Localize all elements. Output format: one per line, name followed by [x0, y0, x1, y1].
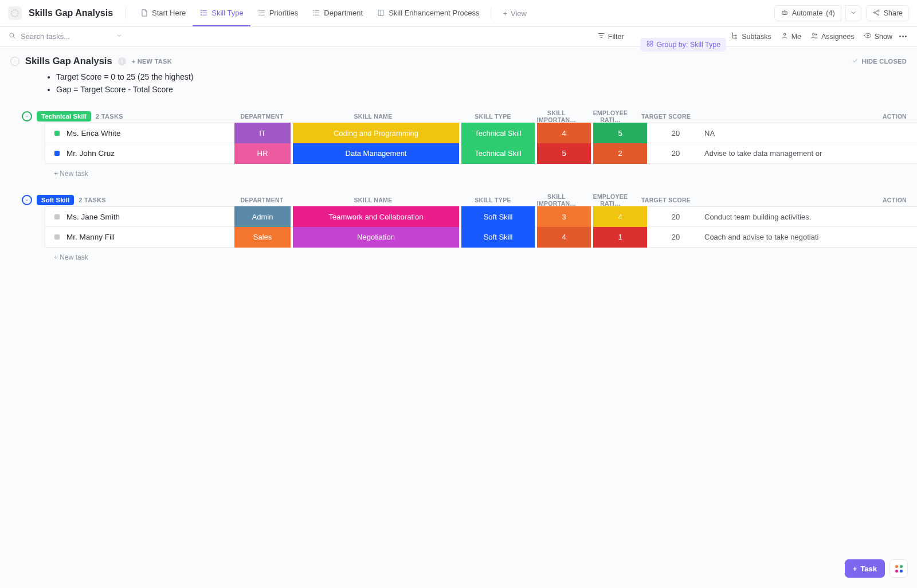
- collapse-icon[interactable]: [10, 57, 19, 66]
- cell-importance[interactable]: 5: [537, 143, 591, 164]
- plus-icon: +: [853, 565, 857, 573]
- task-name-cell[interactable]: Ms. Erica White: [45, 129, 234, 138]
- cell-action[interactable]: Advise to take data management or: [704, 143, 917, 164]
- svg-point-15: [783, 33, 786, 36]
- list-icon: [312, 9, 320, 17]
- column-header-dept[interactable]: DEPARTMENT: [234, 113, 290, 120]
- cell-target[interactable]: 20: [647, 206, 704, 227]
- cell-rating[interactable]: 1: [593, 227, 647, 248]
- cell-skill-name[interactable]: Coding and Programming: [293, 123, 459, 143]
- cell-rating[interactable]: 5: [593, 123, 647, 143]
- group-icon: [646, 40, 654, 49]
- show-button[interactable]: Show: [859, 32, 897, 41]
- column-header-tgt[interactable]: TARGET SCORE: [637, 197, 695, 203]
- group-badge[interactable]: Technical Skill: [37, 111, 91, 121]
- tab-priorities[interactable]: Priorities: [250, 0, 305, 26]
- more-button[interactable]: [897, 36, 909, 37]
- task-name-cell[interactable]: Mr. Manny Fill: [45, 233, 234, 241]
- column-header-act[interactable]: ACTION: [695, 113, 917, 120]
- group-badge[interactable]: Soft Skill: [37, 195, 74, 205]
- task-row[interactable]: Ms. Erica White IT Coding and Programmin…: [45, 123, 917, 143]
- hide-closed-button[interactable]: HIDE CLOSED: [852, 57, 907, 65]
- group-by-button[interactable]: Group by: Skill Type: [640, 38, 727, 52]
- cell-rating[interactable]: 4: [593, 206, 647, 227]
- column-header-imp[interactable]: SKILL IMPORTAN…: [530, 109, 583, 123]
- status-icon[interactable]: [54, 131, 60, 136]
- assignees-button[interactable]: Assignees: [806, 32, 859, 41]
- tab-skill-enhancement[interactable]: Skill Enhancement Process: [370, 0, 486, 26]
- subtasks-button[interactable]: Subtasks: [726, 32, 775, 41]
- cell-department[interactable]: Admin: [234, 206, 291, 227]
- column-header-rat[interactable]: EMPLOYEE RATI…: [583, 109, 637, 123]
- chevron-down-icon: [849, 9, 857, 18]
- column-header-imp[interactable]: SKILL IMPORTAN…: [530, 193, 583, 207]
- cell-target[interactable]: 20: [647, 143, 704, 164]
- column-header-dept[interactable]: DEPARTMENT: [234, 197, 290, 203]
- task-row[interactable]: Mr. John Cruz HR Data Management Technic…: [45, 143, 917, 164]
- column-header-type[interactable]: SKILL TYPE: [456, 197, 530, 203]
- cell-importance[interactable]: 3: [537, 206, 591, 227]
- chevron-down-icon[interactable]: [116, 32, 123, 41]
- cell-action[interactable]: NA: [704, 123, 917, 143]
- cell-action[interactable]: Coach and advise to take negotiati: [704, 227, 917, 248]
- task-name-cell[interactable]: Mr. John Cruz: [45, 149, 234, 158]
- cell-department[interactable]: Sales: [234, 227, 291, 248]
- group-rows: Ms. Erica White IT Coding and Programmin…: [45, 123, 917, 164]
- cell-action[interactable]: Conduct team building activities.: [704, 206, 917, 227]
- cell-skill-type[interactable]: Soft Skill: [461, 206, 535, 227]
- cell-skill-type[interactable]: Technical Skill: [461, 123, 535, 143]
- new-task-row[interactable]: + New task: [22, 248, 917, 261]
- info-icon[interactable]: i: [118, 57, 126, 65]
- cell-skill-name[interactable]: Data Management: [293, 143, 459, 164]
- fab-task-label: Task: [860, 565, 877, 573]
- svg-rect-12: [650, 44, 653, 46]
- cell-skill-name[interactable]: Teamwork and Collaboration: [293, 206, 459, 227]
- cell-skill-type[interactable]: Technical Skill: [461, 143, 535, 164]
- tab-department[interactable]: Department: [305, 0, 370, 26]
- cell-target[interactable]: 20: [647, 123, 704, 143]
- cell-department[interactable]: HR: [234, 143, 291, 164]
- tab-label: Start Here: [152, 9, 186, 17]
- column-header-rat[interactable]: EMPLOYEE RATI…: [583, 193, 637, 207]
- tab-start-here[interactable]: Start Here: [133, 0, 193, 26]
- automate-button[interactable]: Automate (4): [774, 5, 841, 21]
- cell-importance[interactable]: 4: [537, 123, 591, 143]
- group-collapse-icon[interactable]: [22, 195, 32, 205]
- new-task-link[interactable]: + NEW TASK: [132, 58, 172, 65]
- automate-dropdown[interactable]: [845, 5, 861, 21]
- cell-target[interactable]: 20: [647, 227, 704, 248]
- status-icon[interactable]: [54, 234, 60, 240]
- group-collapse-icon[interactable]: [22, 111, 32, 121]
- cell-importance[interactable]: 4: [537, 227, 591, 248]
- search-input[interactable]: [19, 32, 105, 41]
- task-row[interactable]: Mr. Manny Fill Sales Negotiation Soft Sk…: [45, 227, 917, 248]
- column-header-skill[interactable]: SKILL NAME: [290, 113, 456, 120]
- description-list: Target Score = 0 to 25 (25 the highest) …: [33, 72, 917, 94]
- filter-button[interactable]: Filter: [593, 32, 629, 41]
- search-box[interactable]: [8, 32, 123, 41]
- new-task-fab[interactable]: + Task: [845, 559, 885, 578]
- share-button[interactable]: Share: [866, 5, 909, 21]
- column-header-act[interactable]: ACTION: [695, 197, 917, 203]
- add-view-button[interactable]: + View: [496, 9, 534, 18]
- status-icon[interactable]: [54, 151, 60, 156]
- cell-skill-name[interactable]: Negotiation: [293, 227, 459, 248]
- doc-icon: [140, 9, 148, 17]
- task-group: Soft Skill 2 TASKSDEPARTMENTSKILL NAMESK…: [22, 194, 917, 261]
- column-header-tgt[interactable]: TARGET SCORE: [637, 113, 695, 120]
- cell-department[interactable]: IT: [234, 123, 291, 143]
- apps-fab[interactable]: [889, 559, 908, 578]
- status-icon[interactable]: [54, 214, 60, 219]
- cell-rating[interactable]: 2: [593, 143, 647, 164]
- new-task-row[interactable]: + New task: [22, 164, 917, 178]
- me-button[interactable]: Me: [776, 32, 806, 41]
- task-name-cell[interactable]: Ms. Jane Smith: [45, 213, 234, 221]
- svg-point-16: [813, 33, 815, 36]
- cell-skill-type[interactable]: Soft Skill: [461, 227, 535, 248]
- column-header-type[interactable]: SKILL TYPE: [456, 113, 530, 120]
- task-name: Mr. John Cruz: [66, 149, 115, 158]
- column-header-skill[interactable]: SKILL NAME: [290, 197, 456, 203]
- tab-skill-type[interactable]: Skill Type: [193, 0, 250, 26]
- task-row[interactable]: Ms. Jane Smith Admin Teamwork and Collab…: [45, 206, 917, 227]
- apps-icon: [895, 565, 903, 573]
